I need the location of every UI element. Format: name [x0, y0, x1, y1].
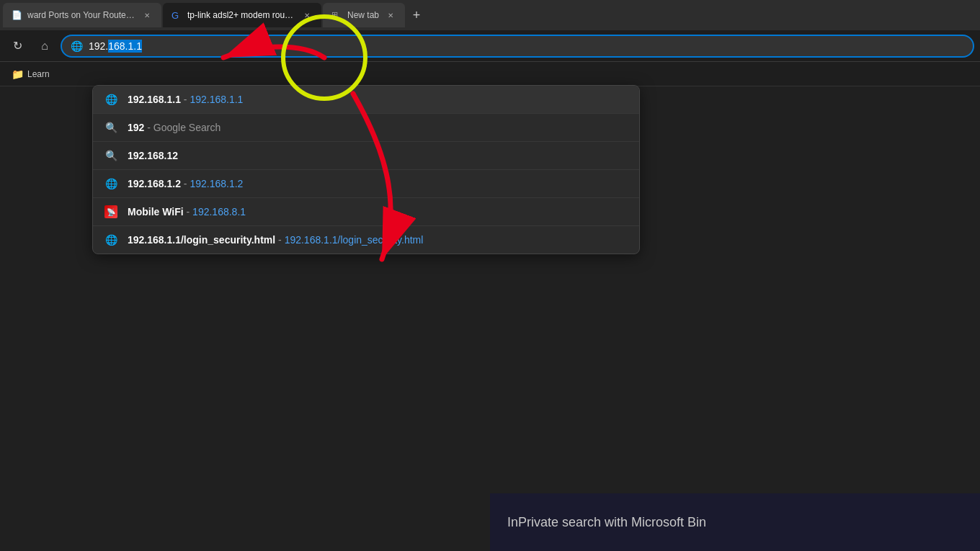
address-prefix: 192. [89, 40, 108, 52]
autocomplete-dropdown: 🌐 192.168.1.1 - 192.168.1.1 🔍 192 - Goog… [92, 85, 640, 254]
address-selected: 168.1.1 [108, 40, 142, 53]
reload-icon: ↻ [13, 39, 22, 53]
home-button[interactable]: ⌂ [33, 35, 56, 58]
folder-icon: 📁 [12, 68, 24, 80]
dropdown-item-5[interactable]: 📡 Mobile WiFi - 192.168.8.1 [93, 198, 639, 226]
dropdown-text-5: Mobile WiFi - 192.168.8.1 [128, 206, 628, 218]
dropdown-text-2: 192 - Google Search [128, 122, 628, 133]
tab1-title: ward Ports on Your Router fo [27, 10, 135, 20]
tab-bar: 📄 ward Ports on Your Router fo ✕ G tp-li… [0, 0, 980, 30]
bookmark-learn-label: Learn [27, 69, 50, 79]
dropdown-item-4[interactable]: 🌐 192.168.1.2 - 192.168.1.2 [93, 170, 639, 198]
dropdown-item-6[interactable]: 🌐 192.168.1.1/login_security.html - 192.… [93, 226, 639, 254]
mobile-wifi-favicon: 📡 [104, 205, 117, 218]
tab1-close[interactable]: ✕ [141, 9, 153, 21]
mobile-wifi-icon: 📡 [104, 205, 117, 218]
tab-tp-link[interactable]: G tp-link adsl2+ modem router IP ✕ [163, 3, 321, 27]
globe-icon-3: 🌐 [104, 233, 117, 246]
tab2-title: tp-link adsl2+ modem router IP [187, 10, 295, 20]
tab-forward-ports[interactable]: 📄 ward Ports on Your Router fo ✕ [3, 3, 161, 27]
dropdown-item-1[interactable]: 🌐 192.168.1.1 - 192.168.1.1 [93, 86, 639, 114]
inprivate-bar: InPrivate search with Microsoft Bin [490, 493, 980, 551]
globe-icon-2: 🌐 [104, 177, 117, 190]
dropdown-text-6: 192.168.1.1/login_security.html - 192.16… [128, 234, 628, 246]
search-icon-1: 🔍 [104, 121, 117, 134]
bookmark-learn[interactable]: 📁 Learn [6, 66, 55, 83]
dropdown-text-4: 192.168.1.2 - 192.168.1.2 [128, 178, 628, 189]
nav-bar: ↻ ⌂ 🌐 192.168.1.1 [0, 30, 980, 62]
new-tab-button[interactable]: + [406, 5, 427, 25]
dropdown-text-1: 192.168.1.1 - 192.168.1.1 [128, 94, 628, 105]
dropdown-item-3[interactable]: 🔍 192.168.12 [93, 142, 639, 170]
inprivate-text: InPrivate search with Microsoft Bin [507, 515, 706, 530]
address-globe-icon: 🌐 [71, 40, 83, 52]
reload-button[interactable]: ↻ [6, 35, 29, 58]
tab2-favicon: G [172, 10, 182, 20]
tab1-favicon: 📄 [12, 10, 22, 20]
tab3-close[interactable]: ✕ [385, 9, 396, 21]
tab2-close[interactable]: ✕ [301, 9, 313, 21]
address-text: 192.168.1.1 [89, 40, 142, 52]
dropdown-text-3: 192.168.12 [128, 150, 628, 161]
tab3-favicon: ⊞ [331, 10, 342, 20]
tab3-title: New tab [347, 10, 379, 20]
address-bar[interactable]: 🌐 192.168.1.1 [61, 35, 974, 58]
bookmarks-bar: 📁 Learn [0, 62, 980, 86]
globe-icon-1: 🌐 [104, 93, 117, 106]
search-icon-2: 🔍 [104, 149, 117, 162]
tab-new-tab[interactable]: ⊞ New tab ✕ [323, 3, 405, 27]
home-icon: ⌂ [41, 40, 48, 53]
dropdown-item-2[interactable]: 🔍 192 - Google Search [93, 114, 639, 142]
